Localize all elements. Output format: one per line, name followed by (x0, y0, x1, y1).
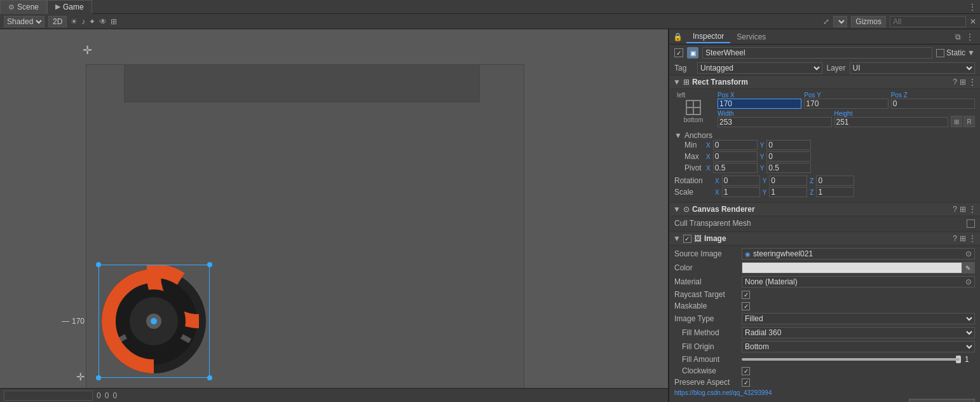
pos-x-input[interactable] (718, 99, 801, 109)
fx-button[interactable]: ✦ (89, 17, 95, 26)
maximize-button[interactable]: ⤢ (823, 17, 829, 26)
color-label: Color (674, 263, 738, 272)
anchor-min-y[interactable] (766, 140, 811, 150)
preserve-aspect-checkbox[interactable]: ✓ (742, 378, 750, 387)
image-collapse[interactable]: ▼ (673, 234, 681, 243)
scale-label: Scale (674, 188, 712, 197)
anchors-collapse[interactable]: ▼ (674, 131, 682, 140)
anchor-widget[interactable] (686, 100, 701, 115)
min-label: Min (684, 141, 704, 149)
canvas-renderer-help[interactable]: ? (953, 205, 957, 214)
anchor-max-x[interactable] (713, 151, 758, 162)
source-image-select-icon[interactable]: ⊙ (965, 249, 972, 258)
game-tab[interactable]: ▶ Game (47, 0, 92, 14)
anchor-min-x[interactable] (713, 140, 758, 150)
search-input[interactable] (890, 16, 966, 27)
aspect-select[interactable] (833, 16, 847, 27)
stats-button[interactable]: 👁 (99, 17, 107, 26)
scene-bottom-search[interactable] (4, 391, 93, 401)
width-input[interactable] (718, 117, 832, 127)
static-checkbox[interactable] (936, 49, 944, 57)
corner-tr (207, 262, 212, 267)
tag-label: Tag (674, 64, 693, 73)
rotation-y[interactable] (769, 176, 807, 186)
rect-transform-icon: ⊞ (683, 78, 690, 87)
raycast-label: Raycast Target (674, 290, 738, 299)
lighting-button[interactable]: ☀ (71, 17, 78, 26)
fill-amount-value: 1 (965, 355, 975, 364)
2d-button[interactable]: 2D (48, 16, 67, 27)
eyedropper-icon: ✎ (965, 265, 970, 272)
material-label: Material (674, 277, 738, 286)
coord-y: 0 (105, 391, 109, 400)
image-more[interactable]: ⋮ (969, 234, 976, 243)
coord-x: 0 (97, 391, 101, 400)
anchor-pivot-x[interactable] (713, 163, 758, 173)
services-tab[interactable]: Services (730, 31, 772, 43)
pivot-label: Pivot (684, 163, 704, 172)
rect-transform-collapse[interactable]: ▼ (673, 78, 681, 87)
anchor-max-y[interactable] (766, 151, 811, 162)
image-type-select[interactable]: Filled (742, 313, 975, 324)
canvas-renderer-collapse[interactable]: ▼ (673, 205, 681, 214)
gizmos-button[interactable]: Gizmos (851, 16, 886, 27)
material-select-icon[interactable]: ⊙ (965, 277, 972, 286)
rect-transform-title: Rect Transform (692, 78, 953, 87)
rotation-x[interactable] (722, 176, 760, 186)
image-checkbox[interactable]: ✓ (683, 235, 691, 243)
pos-y-input[interactable] (804, 99, 888, 109)
fill-method-select[interactable]: Radial 360 (742, 327, 975, 338)
height-label: Height (834, 110, 949, 117)
r-button[interactable]: R (963, 116, 975, 127)
anchor-pivot-y[interactable] (766, 163, 811, 173)
color-field[interactable]: ✎ (742, 262, 975, 274)
tag-select[interactable]: Untagged (697, 62, 822, 74)
image-help[interactable]: ? (953, 234, 957, 243)
inspector-tab[interactable]: Inspector (686, 31, 730, 43)
pos-z-input[interactable] (891, 99, 975, 109)
corner-bl (96, 375, 101, 380)
url-text: https://blog.csdn.net/qq_43293994 (674, 389, 772, 396)
inspector-more-icon[interactable]: ⋮ (963, 32, 976, 41)
scale-y[interactable] (769, 187, 807, 197)
shading-select[interactable]: Shaded (4, 16, 44, 27)
audio-button[interactable]: ♪ (81, 17, 85, 26)
scale-x[interactable] (722, 187, 760, 197)
canvas-renderer-more[interactable]: ⋮ (969, 205, 976, 214)
raycast-checkbox[interactable]: ✓ (742, 291, 750, 299)
obj-name-field[interactable]: SteerWheel (702, 47, 932, 59)
scale-z[interactable] (816, 187, 854, 197)
pos-x-label: Pos X (718, 92, 801, 99)
layer-select[interactable]: UI (850, 62, 975, 74)
blueprint-button[interactable]: ⊞ (951, 116, 962, 127)
material-value: None (Material) (745, 277, 963, 286)
scene-tab[interactable]: ⚙ Scene (0, 0, 47, 14)
canvas-renderer-settings[interactable]: ⊞ (960, 205, 966, 214)
source-image-icon: ◉ (745, 251, 751, 258)
bottom-label: bottom (684, 116, 704, 123)
rotation-z[interactable] (816, 176, 854, 186)
scene-options-button[interactable]: ⋮ (965, 3, 980, 11)
rect-transform-more[interactable]: ⋮ (969, 78, 976, 87)
height-input[interactable] (834, 117, 949, 127)
scene-viewport: ✛ (0, 29, 669, 402)
cull-transparent-label: Cull Transparent Mesh (674, 219, 963, 228)
maskable-label: Maskable (674, 302, 738, 310)
preserve-aspect-label: Preserve Aspect (674, 378, 738, 387)
maskable-checkbox[interactable]: ✓ (742, 302, 750, 310)
search-clear-button[interactable]: ✕ (970, 17, 976, 26)
clockwise-checkbox[interactable]: ✓ (742, 367, 750, 375)
fill-origin-label: Fill Origin (682, 342, 738, 351)
set-native-size-button[interactable]: Set Native Size (909, 399, 975, 402)
width-label: Width (718, 110, 832, 117)
obj-checkbox[interactable]: ✓ (674, 48, 683, 57)
inspector-layout-icon[interactable]: ⧉ (953, 32, 963, 41)
fill-origin-select[interactable]: Bottom (742, 341, 975, 352)
image-settings[interactable]: ⊞ (960, 234, 966, 243)
selection-box (99, 265, 210, 378)
static-dropdown[interactable]: ▼ (967, 48, 975, 57)
cull-transparent-checkbox[interactable] (967, 219, 975, 228)
rect-transform-help[interactable]: ? (953, 78, 957, 87)
rect-transform-settings[interactable]: ⊞ (960, 78, 966, 87)
grid-button[interactable]: ⊞ (111, 17, 117, 26)
